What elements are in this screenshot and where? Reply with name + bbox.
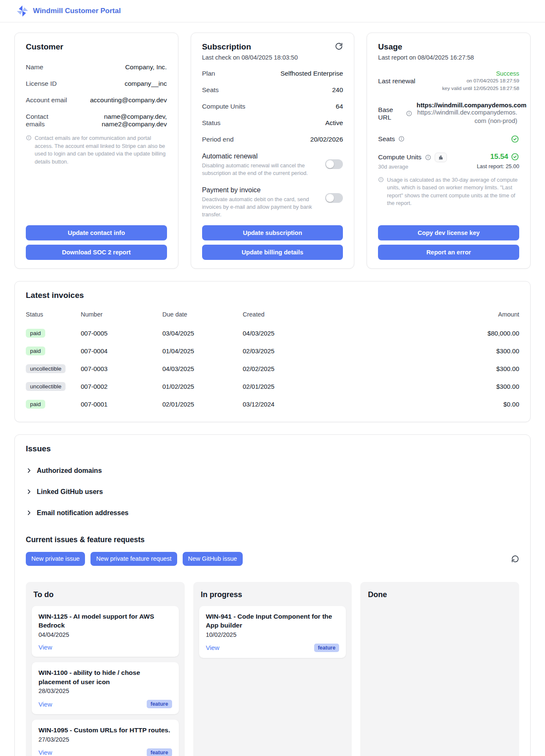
invoices-title: Latest invoices <box>26 291 519 300</box>
download-soc2-button[interactable]: Download SOC 2 report <box>26 245 167 260</box>
invoice-created: 02/03/2025 <box>243 343 487 359</box>
info-icon <box>378 177 384 183</box>
new-github-issue-button[interactable]: New GitHub issue <box>183 552 243 566</box>
table-row: paid <box>26 325 81 342</box>
copy-dev-license-key-button[interactable]: Copy dev license key <box>378 225 519 240</box>
invoice-status-badge: uncollectible <box>26 382 66 391</box>
issue-card: WIN-941 - Code Input Component for the A… <box>199 606 346 658</box>
invoice-created: 04/03/2025 <box>243 325 487 341</box>
subscription-card: Subscription Last check on 08/04/2025 18… <box>191 33 355 269</box>
refresh-issues-icon[interactable] <box>511 555 519 563</box>
table-row: uncollectible <box>26 378 81 396</box>
invoice-due: 01/04/2025 <box>162 343 243 359</box>
invoice-created: 02/01/2025 <box>243 379 487 395</box>
automatic-renewal-toggle[interactable] <box>325 159 343 169</box>
report-an-error-button[interactable]: Report an error <box>378 245 519 260</box>
column-title: To do <box>33 590 179 599</box>
invoice-status-badge: paid <box>26 400 45 409</box>
invoice-number: 007-0002 <box>81 379 162 395</box>
invoice-created: 03/12/2024 <box>243 396 487 412</box>
collapsible-authorized-domains[interactable]: Authorized domains <box>26 467 519 475</box>
base-url-info-icon[interactable] <box>406 110 412 117</box>
invoice-amount: $300.00 <box>487 361 519 377</box>
invoice-status-badge: paid <box>26 347 45 355</box>
issue-actions-row: New private issue New private feature re… <box>26 552 519 566</box>
usage-note: Usage is calculated as the 30-day averag… <box>378 176 519 207</box>
payment-by-invoice-setting: Payment by invoice Deactivate automatic … <box>202 186 343 218</box>
payment-by-invoice-toggle[interactable] <box>325 193 343 203</box>
customer-row-license: License ID company__inc <box>26 80 167 87</box>
invoice-amount: $300.00 <box>487 379 519 395</box>
invoice-number: 007-0001 <box>81 396 162 412</box>
update-subscription-button[interactable]: Update subscription <box>202 225 343 240</box>
view-link[interactable]: View <box>38 644 52 651</box>
usage-card-title: Usage <box>378 42 519 52</box>
view-link[interactable]: View <box>38 749 52 756</box>
usage-last-report: Last report on 08/04/2025 16:27:58 <box>378 54 519 61</box>
subscription-row-status: Status Active <box>202 119 343 127</box>
refresh-subscription-icon[interactable] <box>335 42 343 50</box>
new-private-feature-request-button[interactable]: New private feature request <box>90 552 177 566</box>
board-column-todo: To do WIN-1125 - AI model support for AW… <box>26 582 185 756</box>
invoice-amount: $300.00 <box>487 343 519 359</box>
subscription-row-period-end: Period end 20/02/2026 <box>202 136 343 143</box>
main-content: Customer Name Company, Inc. License ID c… <box>0 22 545 756</box>
col-created: Created <box>243 311 487 325</box>
invoice-amount: $0.00 <box>487 396 519 412</box>
col-due-date: Due date <box>162 311 243 325</box>
info-icon <box>26 135 32 141</box>
seats-usage-row: Seats <box>378 135 519 143</box>
table-row: paid <box>26 342 81 360</box>
subscription-row-seats: Seats 240 <box>202 86 343 94</box>
collapsible-linked-github-users[interactable]: Linked GitHub users <box>26 488 519 496</box>
base-url-row: Base URL https://windmill.companydemos.c… <box>378 102 519 126</box>
invoice-created: 02/02/2025 <box>243 361 487 377</box>
last-renewal-row: Last renewal Success on 07/04/2025 18:27… <box>378 70 519 93</box>
collapsible-email-notification-addresses[interactable]: Email notification addresses <box>26 509 519 517</box>
issues-title: Issues <box>26 444 519 453</box>
col-amount: Amount <box>487 311 519 325</box>
compute-units-chart-button[interactable] <box>435 153 447 162</box>
compute-units-last-report: Last report: 25.00 <box>477 163 519 169</box>
update-billing-details-button[interactable]: Update billing details <box>202 245 343 260</box>
compute-units-ok-icon <box>511 153 519 161</box>
invoice-due: 02/01/2025 <box>162 396 243 412</box>
invoices-table: Status Number Due date Created Amount pa… <box>26 311 519 413</box>
subscription-row-plan: Plan Selfhosted Enterprise <box>202 70 343 77</box>
view-link[interactable]: View <box>206 644 219 651</box>
table-row: paid <box>26 396 81 413</box>
update-contact-info-button[interactable]: Update contact info <box>26 225 167 240</box>
current-issues-heading: Current issues & feature requests <box>26 535 519 544</box>
usage-card: Usage Last report on 08/04/2025 16:27:58… <box>367 33 531 269</box>
feature-tag: feature <box>147 700 172 708</box>
compute-units-sublabel: 30d average <box>378 164 447 170</box>
customer-note: Contact emails are for communication and… <box>26 134 167 166</box>
table-row: uncollectible <box>26 360 81 378</box>
top-bar: Windmill Customer Portal <box>0 0 545 22</box>
subscription-buttons: Update subscription Update billing detai… <box>202 218 343 260</box>
customer-card: Customer Name Company, Inc. License ID c… <box>14 33 178 269</box>
customer-row-contact-emails: Contact emails name@company.dev, name2@c… <box>26 113 167 128</box>
issues-card: Issues Authorized domains Linked GitHub … <box>14 434 531 756</box>
invoice-number: 007-0004 <box>81 343 162 359</box>
compute-units-usage-row: Compute Units 30d average 15.54 <box>378 153 519 170</box>
seats-info-icon[interactable] <box>398 136 405 142</box>
invoice-number: 007-0005 <box>81 325 162 341</box>
customer-buttons: Update contact info Download SOC 2 repor… <box>26 218 167 260</box>
windmill-logo-icon <box>16 5 29 17</box>
subscription-card-title: Subscription <box>202 42 251 52</box>
invoice-due: 03/04/2025 <box>162 325 243 341</box>
invoice-status-badge: paid <box>26 329 45 338</box>
compute-units-info-icon[interactable] <box>425 154 431 161</box>
summary-cards-row: Customer Name Company, Inc. License ID c… <box>14 33 531 269</box>
new-private-issue-button[interactable]: New private issue <box>26 552 85 566</box>
issue-card: WIN-1095 - Custom URLs for HTTP routes. … <box>32 720 179 756</box>
subscription-row-compute-units: Compute Units 64 <box>202 103 343 110</box>
col-status: Status <box>26 311 81 325</box>
chevron-right-icon <box>26 489 32 495</box>
feature-tag: feature <box>314 644 340 652</box>
base-url-nonprod: https://windmill.dev.companydemos.com (n… <box>416 109 517 126</box>
view-link[interactable]: View <box>38 701 52 708</box>
column-title: In progress <box>201 590 346 599</box>
chevron-right-icon <box>26 467 32 474</box>
